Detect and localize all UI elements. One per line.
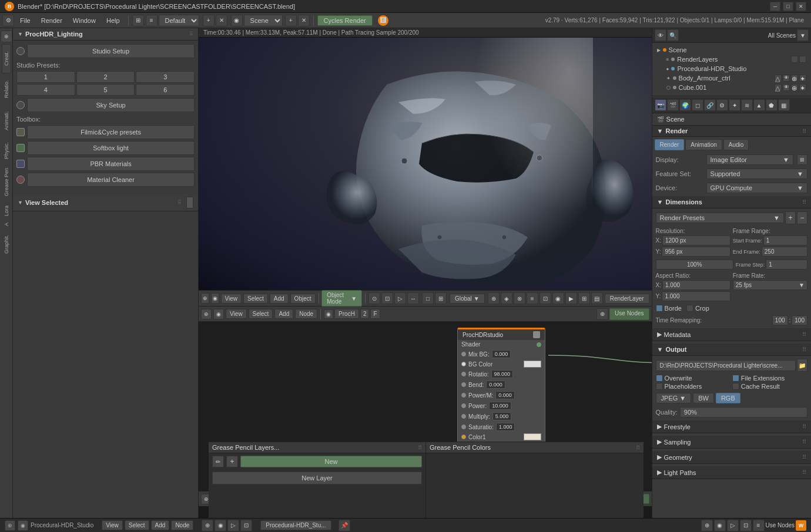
- ba-icon-2[interactable]: 👁: [783, 75, 790, 82]
- display-value-box[interactable]: Image Editor ▼: [706, 154, 793, 165]
- pbr-materials-button[interactable]: PBR Materials: [27, 157, 195, 171]
- node-f-btn[interactable]: F: [370, 309, 380, 319]
- window-controls[interactable]: ─ □ ✕: [770, 2, 806, 11]
- file-extensions-checkbox[interactable]: [732, 375, 739, 382]
- material-cleaner-button[interactable]: Material Cleaner: [27, 173, 195, 187]
- tab-creat[interactable]: Creat.: [2, 44, 11, 73]
- tab-grease-pen[interactable]: Grease Pen: [2, 164, 11, 200]
- overlay6-icon[interactable]: ◉: [552, 292, 564, 304]
- res-y-value[interactable]: 956 px: [662, 247, 730, 257]
- output-section-header[interactable]: ▼ Output ⠿: [652, 344, 811, 356]
- frame-step-value[interactable]: 1: [766, 260, 807, 270]
- feature-set-value-box[interactable]: Supported ▼: [706, 169, 807, 179]
- scene-item-body-armour[interactable]: ✦ Body_Armour_ctrl △ 👁 ⊕ ✦: [655, 73, 809, 83]
- mix-bg-socket[interactable]: [461, 352, 466, 356]
- scene-selector[interactable]: Scene: [244, 15, 283, 26]
- cache-result-checkbox[interactable]: [732, 383, 739, 390]
- device-value-box[interactable]: GPU Compute ▼: [706, 183, 807, 193]
- 3d-viewport[interactable]: [199, 38, 651, 290]
- node-icon-2[interactable]: ◉: [213, 309, 224, 319]
- saturation-value[interactable]: 1.000: [496, 423, 515, 431]
- light-paths-section-header[interactable]: ▶ Light Paths ⠿: [652, 466, 811, 479]
- rotatio-value[interactable]: 98.000: [491, 370, 514, 378]
- rl-icon-1[interactable]: [791, 56, 798, 63]
- menu-render[interactable]: Render: [36, 16, 67, 25]
- studio-setup-button[interactable]: Studio Setup: [27, 44, 195, 58]
- texture-props-icon[interactable]: ▦: [778, 99, 790, 111]
- view-selected-drag[interactable]: ⠿: [177, 200, 182, 206]
- status-icon-1[interactable]: ⊕: [5, 520, 15, 531]
- mix-bg-value[interactable]: 0.000: [492, 350, 511, 358]
- scene-item-scene[interactable]: ▶ Scene: [655, 45, 809, 55]
- output-path-display[interactable]: D:\RnD\PROJECTS\Procedural Lighter\scree…: [656, 360, 796, 371]
- status-right-icon-2[interactable]: ◉: [714, 520, 726, 531]
- snap-icon[interactable]: ⊡: [381, 292, 393, 304]
- display-icon-btn[interactable]: ⊞: [797, 154, 807, 165]
- menu-file[interactable]: File: [15, 16, 35, 25]
- gp-new-button[interactable]: New: [240, 456, 422, 467]
- status-view-btn[interactable]: View: [102, 520, 123, 530]
- overlay2-icon[interactable]: ◈: [501, 292, 512, 304]
- ba-icon-4[interactable]: ✦: [799, 75, 806, 82]
- scene-item-cube[interactable]: ⬡ Cube.001 △ 👁 ⊕ ✦: [655, 83, 809, 92]
- ba-icon-3[interactable]: ⊕: [791, 75, 798, 82]
- mode-icon[interactable]: ⚙: [2, 15, 14, 26]
- cube-icon-2[interactable]: 👁: [783, 84, 790, 91]
- node-select-menu[interactable]: Select: [249, 309, 273, 319]
- power-value[interactable]: 10.000: [489, 402, 511, 410]
- overlay9-icon[interactable]: ▤: [591, 292, 603, 304]
- viewport-icon-2[interactable]: ◉: [211, 293, 219, 304]
- status-icon-2[interactable]: ◉: [18, 520, 28, 531]
- geometry-section-header[interactable]: ▶ Geometry ⠿: [652, 451, 811, 464]
- view-prop-icon[interactable]: 👁: [655, 29, 666, 41]
- color1-swatch[interactable]: [524, 433, 541, 440]
- tab-physic[interactable]: Physic.: [2, 137, 11, 164]
- coord-system-selector[interactable]: Global ▼: [450, 294, 485, 304]
- viewport-select-menu[interactable]: Select: [243, 294, 268, 304]
- node-ctrl-1[interactable]: ◉: [324, 309, 333, 319]
- status-right-icon-4[interactable]: ⊡: [740, 520, 752, 531]
- rl-icon-2[interactable]: [799, 56, 806, 63]
- close-button[interactable]: ✕: [796, 2, 806, 11]
- dimensions-section-header[interactable]: ▼ Dimensions ⠿: [652, 196, 811, 208]
- mirror-icon[interactable]: ↔: [407, 292, 419, 304]
- preset-btn-1[interactable]: 1: [16, 71, 75, 83]
- render-tab-render[interactable]: Render: [655, 139, 685, 150]
- status-hdr-btn[interactable]: Procedural-HDR_Stu...: [260, 520, 331, 530]
- menu-help[interactable]: Help: [102, 16, 125, 25]
- status-node-btn[interactable]: Node: [171, 520, 193, 530]
- scene-icon-sm[interactable]: ◉: [231, 15, 243, 26]
- active-w-badge[interactable]: W: [796, 520, 806, 531]
- render-tab-animation[interactable]: Animation: [685, 139, 722, 150]
- sky-setup-button[interactable]: Sky Setup: [27, 98, 195, 112]
- render-props-icon[interactable]: 📷: [655, 99, 666, 111]
- overlay1-icon[interactable]: ⊕: [488, 292, 500, 304]
- menu-window[interactable]: Window: [68, 16, 100, 25]
- overlay8-icon[interactable]: ⊞: [578, 292, 590, 304]
- status-right-icon-1[interactable]: ⊕: [701, 520, 713, 531]
- placeholders-checkbox[interactable]: [656, 383, 663, 390]
- time-end-value[interactable]: 100: [792, 315, 807, 325]
- status-select-btn[interactable]: Select: [125, 520, 149, 530]
- saturation-socket[interactable]: [461, 425, 466, 429]
- remove-scene-icon[interactable]: ✕: [216, 15, 227, 26]
- format-selector[interactable]: JPEG ▼: [656, 393, 692, 403]
- bw-btn[interactable]: BW: [693, 393, 714, 403]
- preset-btn-5[interactable]: 5: [76, 84, 135, 96]
- tab-a[interactable]: A: [2, 221, 11, 227]
- bg-color-socket[interactable]: [461, 362, 466, 366]
- multiply-socket[interactable]: [461, 414, 466, 419]
- viewport-view-menu[interactable]: View: [221, 294, 242, 304]
- cube-icon-1[interactable]: △: [775, 84, 782, 91]
- particle-props-icon[interactable]: ✦: [729, 99, 740, 111]
- node-collapse-btn[interactable]: [533, 331, 540, 338]
- gp-add-icon[interactable]: +: [226, 456, 238, 467]
- node-add-menu[interactable]: Add: [274, 309, 293, 319]
- cube-icon-4[interactable]: ✦: [799, 84, 806, 91]
- node-use-nodes-btn[interactable]: ⊕: [596, 308, 608, 320]
- color1-socket[interactable]: [461, 435, 466, 439]
- aspect-y-value[interactable]: 1.000: [662, 291, 730, 301]
- gp-pencil-icon[interactable]: ✏: [212, 456, 224, 467]
- all-scenes-dropdown-icon[interactable]: ▼: [797, 29, 809, 41]
- workspace-selector[interactable]: Default: [159, 15, 199, 26]
